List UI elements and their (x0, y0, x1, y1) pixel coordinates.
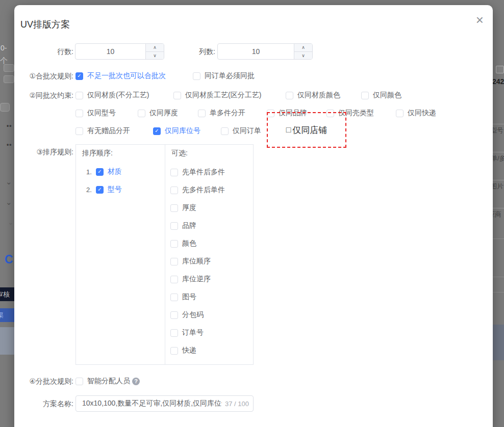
bg-header-fragment: 型号 (493, 126, 504, 135)
checkbox-checked[interactable]: ✓ (96, 186, 104, 194)
checkbox-option-same-shop[interactable]: □ 仅同店铺 (286, 124, 327, 136)
checkbox-unchecked[interactable] (198, 110, 206, 117)
sort-optional-item[interactable]: 图号 (170, 292, 196, 302)
cols-value[interactable]: 10 (218, 44, 294, 59)
option-label: 同订单必须同批 (205, 71, 255, 81)
check-icon: ✓ (155, 128, 159, 134)
bg-band-fragment (493, 325, 504, 360)
option-label: 库位逆序 (182, 275, 211, 284)
sort-panel: 排序顺序: 1. ✓ 材质 2. ✓ 型号 可选: 先单件后多件 先多件后单件 … (75, 144, 254, 365)
bg-button-fragment: 渠 (0, 308, 14, 322)
checkbox-option[interactable]: 仅同颜色 (361, 91, 401, 100)
plan-name-value[interactable]: 10x10,100,数量不足可审,仅同材质,仅同库位号 (82, 399, 222, 408)
dialog-title: UV排版方案 (20, 18, 70, 31)
checkbox-checked[interactable]: ✓ (153, 127, 161, 135)
bg-header-fragment: 单/多 (493, 154, 504, 163)
checkbox-option[interactable]: 仅同材质(不分工艺) (75, 91, 149, 100)
option-label: 厚度 (182, 203, 196, 212)
checkbox-option[interactable]: 仅同型号 (75, 109, 116, 118)
bg-number-fragment: 242 (492, 77, 504, 86)
rows-value[interactable]: 10 (75, 44, 145, 59)
option-label: 分包码 (182, 310, 204, 319)
checkbox-unchecked[interactable] (75, 92, 83, 99)
close-icon[interactable]: × (476, 13, 484, 26)
checkbox-unchecked[interactable] (396, 110, 404, 117)
bg-divider (493, 277, 504, 277)
checkbox-unchecked[interactable] (170, 204, 178, 212)
checkbox-square-glyph[interactable]: □ (286, 125, 291, 135)
checkbox-checked[interactable]: ✓ (75, 72, 83, 80)
sort-optional-item[interactable]: 先单件后多件 (170, 168, 225, 177)
plan-name-input[interactable]: 10x10,100,数量不足可审,仅同材质,仅同库位号 37 / 100 (75, 395, 254, 412)
sort-optional-item[interactable]: 快递 (170, 346, 196, 355)
sort-optional-item[interactable]: 分包码 (170, 310, 204, 319)
checkbox-unchecked[interactable] (75, 378, 83, 385)
checkbox-option[interactable]: 仅同厚度 (138, 109, 178, 118)
help-icon[interactable]: ? (132, 378, 140, 385)
checkbox-option-storage[interactable]: ✓ 仅同库位号 (153, 126, 200, 136)
cols-spinner: ∧ ∨ (294, 44, 312, 59)
bg-input-fragment (4, 75, 14, 83)
bg-button-fragment: 审核 (0, 287, 14, 301)
checkbox-option-same-order[interactable]: 同订单必须同批 (193, 71, 255, 81)
checkbox-option[interactable]: 仅同材质工艺(区分工艺) (173, 91, 261, 100)
sort-order-item[interactable]: 2. ✓ 型号 (86, 185, 122, 194)
checkbox-option[interactable]: 仅同订单 (221, 126, 261, 136)
order-number: 1. (86, 168, 92, 176)
checkbox-option-merge-allowed[interactable]: ✓ 不足一批次也可以合批次 (75, 71, 166, 81)
checkbox-unchecked[interactable] (193, 72, 200, 80)
spinner-up-icon[interactable]: ∧ (294, 44, 312, 51)
checkbox-unchecked[interactable] (170, 329, 178, 337)
checkbox-unchecked[interactable] (170, 240, 178, 248)
sort-optional-item[interactable]: 库位顺序 (170, 257, 211, 266)
checkbox-unchecked[interactable] (170, 311, 178, 319)
sort-order-item[interactable]: 1. ✓ 材质 (86, 167, 122, 176)
checkbox-checked[interactable]: ✓ (96, 168, 104, 176)
uv-layout-dialog: UV排版方案 × 行数: 10 ∧ ∨ 列数: 10 ∧ ∨ ①合批次规则: ✓… (14, 5, 493, 427)
option-label: 图号 (182, 292, 196, 302)
checkbox-unchecked[interactable] (170, 347, 178, 355)
checkbox-option-smart-assign[interactable]: 智能分配人员 ? (75, 377, 140, 386)
rows-number-input[interactable]: 10 ∧ ∨ (75, 43, 164, 60)
checkbox-unchecked[interactable] (170, 276, 178, 283)
checkbox-unchecked[interactable] (75, 127, 83, 135)
sort-optional-item[interactable]: 颜色 (170, 239, 196, 248)
spinner-down-icon[interactable]: ∨ (294, 51, 312, 60)
sort-optional-item[interactable]: 先多件后单件 (170, 185, 225, 195)
sort-optional-item[interactable]: 品牌 (170, 221, 196, 230)
bg-divider (493, 180, 504, 180)
option-label: 快递 (182, 346, 196, 355)
sort-optional-item[interactable]: 厚度 (170, 203, 196, 212)
option-label: 先单件后多件 (182, 168, 225, 177)
checkbox-option[interactable]: 有无赠品分开 (75, 126, 130, 136)
cols-number-input[interactable]: 10 ∧ ∨ (217, 43, 313, 60)
plan-name-label: 方案名称: (17, 399, 73, 409)
rows-label: 行数: (17, 47, 73, 57)
sort-rule-label: ③排序规则: (17, 148, 73, 157)
option-label: 材质 (108, 167, 122, 176)
checkbox-option[interactable]: 仅同材质颜色 (286, 91, 340, 100)
bg-divider (493, 152, 504, 152)
checkbox-unchecked[interactable] (286, 92, 293, 99)
bg-logo-fragment: C (5, 253, 14, 266)
char-counter: 37 / 100 (222, 400, 249, 408)
checkbox-unchecked[interactable] (170, 222, 178, 230)
checkbox-option[interactable]: 仅同快递 (396, 109, 436, 118)
checkbox-unchecked[interactable] (138, 110, 145, 117)
bg-divider (493, 292, 504, 292)
checkbox-option[interactable]: 单多件分开 (198, 109, 245, 118)
checkbox-unchecked[interactable] (361, 92, 369, 99)
option-label: 先多件后单件 (182, 185, 225, 195)
checkbox-unchecked[interactable] (75, 110, 83, 117)
checkbox-unchecked[interactable] (170, 169, 178, 176)
checkbox-unchecked[interactable] (170, 293, 178, 301)
option-label: 智能分配人员 (87, 377, 130, 386)
checkbox-unchecked[interactable] (170, 258, 178, 265)
order-header: 排序顺序: (82, 149, 113, 158)
sort-optional-item[interactable]: 订单号 (170, 328, 204, 337)
sort-optional-item[interactable]: 库位逆序 (170, 275, 211, 284)
checkbox-unchecked[interactable] (221, 127, 229, 135)
checkbox-unchecked[interactable] (170, 186, 178, 194)
check-icon: ✓ (97, 187, 102, 192)
checkbox-unchecked[interactable] (173, 92, 181, 99)
